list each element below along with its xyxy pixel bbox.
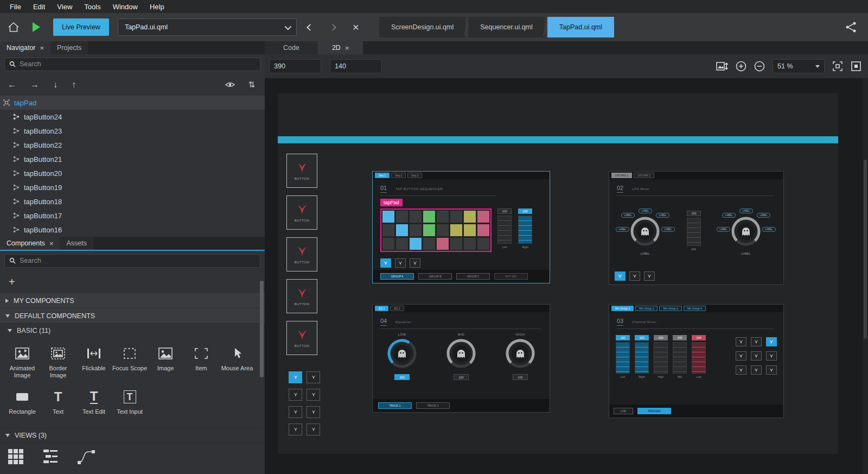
knob-option-pill[interactable]: LABEL [639, 208, 652, 213]
seq-tab-1[interactable]: Seq 1 [375, 173, 390, 178]
y-position-input[interactable] [330, 60, 381, 73]
tap-button[interactable] [289, 371, 302, 383]
menu-tools[interactable]: Tools [79, 2, 106, 12]
knob-option-pill[interactable]: LABEL [762, 227, 776, 232]
tree-item[interactable]: tapButton23 [0, 124, 265, 138]
tap-button[interactable] [307, 389, 320, 401]
track-2-button[interactable]: TRACK 2 [416, 402, 450, 409]
zoom-level-dropdown[interactable]: 51 % [773, 59, 825, 73]
left-panel-scrollbar[interactable] [260, 281, 264, 377]
mixer-slider-low[interactable]: 100 Low [692, 335, 706, 378]
seq-tab-2[interactable]: Seq 2 [391, 173, 406, 178]
tab-code[interactable]: Code [265, 41, 318, 54]
knob-option-pill[interactable]: LABEL [757, 213, 770, 218]
pad-cell[interactable] [477, 211, 489, 223]
home-button[interactable] [4, 18, 23, 36]
eq-knob-mid[interactable] [446, 338, 476, 371]
component-text-edit[interactable]: T Text Edit [76, 384, 112, 428]
tap-button[interactable] [736, 365, 746, 375]
tap-button[interactable] [289, 406, 302, 418]
navigator-search-input[interactable] [20, 60, 256, 68]
lfo-knob-2[interactable]: LABEL LABEL LABEL LABEL LABEL [731, 216, 761, 249]
close-document-button[interactable]: × [347, 18, 365, 36]
section-views[interactable]: VIEWS (3) [0, 428, 265, 443]
tab-components[interactable]: Components × [0, 237, 60, 250]
run-project-button[interactable] [27, 18, 46, 36]
tab-navigator[interactable]: Navigator × [0, 41, 50, 54]
preview-button[interactable]: PREVIEW [637, 408, 671, 414]
close-icon[interactable]: × [345, 44, 349, 52]
lfo-tab-2[interactable]: LFO MIX 2 [634, 173, 654, 178]
share-button[interactable] [842, 18, 860, 36]
doc-tab-sequencer[interactable]: Sequencer.ui.qml [468, 17, 545, 37]
slider-track[interactable] [654, 342, 668, 374]
button-component[interactable]: BUTTON [286, 195, 317, 230]
knob-option-pill[interactable]: LABEL [722, 213, 736, 218]
component-image[interactable]: Image [148, 341, 183, 384]
component-border-image[interactable]: Border Image [40, 341, 76, 384]
tap-button[interactable] [751, 365, 762, 375]
tap-button[interactable] [751, 351, 762, 361]
pad-cell[interactable] [410, 211, 422, 223]
visibility-eye-icon[interactable] [225, 81, 235, 88]
not-set-button[interactable]: NOT SET [494, 273, 528, 280]
tree-item[interactable]: tapButton22 [0, 138, 265, 152]
component-item[interactable]: Item [183, 341, 219, 384]
zoom-selection-icon[interactable] [716, 61, 728, 71]
slider-track[interactable] [692, 342, 706, 374]
component-text[interactable]: T Text [40, 384, 76, 428]
components-search-input[interactable] [20, 257, 256, 264]
sort-order-button[interactable]: ⇅ [248, 80, 255, 90]
component-animated-image[interactable]: Animated Image [4, 341, 40, 384]
tap-button[interactable] [307, 406, 320, 418]
menu-help[interactable]: Help [144, 2, 170, 12]
doc-tab-tappad[interactable]: TapPad.ui.qml [547, 17, 614, 37]
left-level-slider[interactable]: 100 Left [497, 208, 512, 249]
x-position-input[interactable] [270, 60, 321, 73]
move-down-button[interactable]: ↓ [53, 80, 58, 90]
mixer-slider-high[interactable]: 100 High [654, 335, 668, 378]
tree-item[interactable]: tapButton18 [0, 194, 265, 208]
tap-button[interactable] [766, 351, 777, 361]
lfo-tab-1[interactable]: LFO MIX 1 [611, 173, 632, 178]
mix-group-1-tab[interactable]: Mix Group 1 [611, 306, 634, 311]
eq-tab-2[interactable]: EQ 2 [390, 306, 404, 311]
slider-track[interactable] [497, 216, 512, 244]
section-my-components[interactable]: MY COMPONENTS [0, 293, 265, 308]
pad-cell[interactable] [450, 224, 462, 236]
knob-option-pill[interactable]: LABEL [739, 208, 753, 213]
tap-button[interactable] [751, 337, 762, 346]
slider-track[interactable] [687, 218, 701, 246]
mixer-slider-right[interactable]: 100 Right [635, 335, 649, 378]
right-level-slider[interactable]: 100 Right [518, 208, 532, 249]
close-icon[interactable]: × [40, 44, 44, 52]
tree-item[interactable]: tapButton19 [0, 180, 265, 194]
menu-window[interactable]: Window [107, 2, 143, 12]
design-canvas[interactable]: BUTTON BUTTON BUTTON BUTTON BUTTON [265, 78, 868, 474]
mix-slider[interactable]: 100 MIX [687, 211, 701, 251]
tab-assets[interactable]: Assets [60, 237, 93, 250]
tap-button[interactable] [380, 258, 391, 268]
current-file-dropdown[interactable]: TapPad.ui.qml [118, 18, 297, 36]
pad-cell[interactable] [423, 224, 435, 236]
tree-item[interactable]: tapButton17 [0, 208, 265, 223]
pad-cell[interactable] [477, 224, 489, 236]
tap-button[interactable] [289, 424, 302, 435]
button-component[interactable]: BUTTON [286, 279, 317, 313]
move-left-button[interactable]: ← [8, 80, 16, 90]
canvas-vertical-scrollbar[interactable] [863, 78, 868, 474]
pad-cell[interactable] [410, 224, 422, 236]
close-icon[interactable]: × [49, 239, 54, 248]
component-focus-scope[interactable]: Focus Scope [112, 341, 148, 384]
group-basic[interactable]: BASIC (11) [0, 324, 265, 338]
mix-group-2-tab[interactable]: Mix Group 2 [635, 306, 658, 311]
eq-knob-low[interactable] [387, 338, 417, 371]
component-flickable[interactable]: Flickable [76, 341, 112, 384]
pad-cell[interactable] [437, 238, 449, 250]
pad-cell[interactable] [396, 224, 408, 236]
mix-group-3-tab[interactable]: Mix Group 3 [659, 306, 681, 311]
pad-cell[interactable] [437, 224, 449, 236]
seq-tab-3[interactable]: Seq 3 [407, 173, 422, 178]
pad-cell[interactable] [464, 224, 476, 236]
menu-view[interactable]: View [52, 2, 78, 12]
